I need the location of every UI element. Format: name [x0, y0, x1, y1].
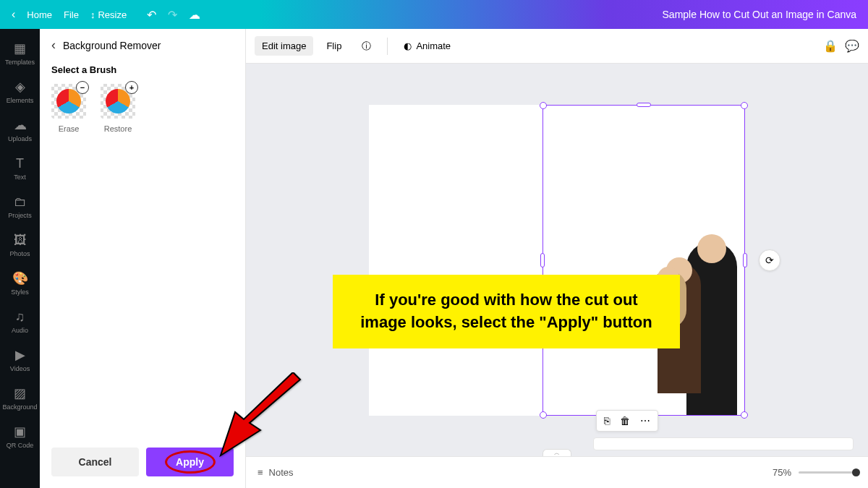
sidebar-item-text[interactable]: TText: [0, 151, 40, 185]
sidebar-item-videos[interactable]: ▶Videos: [0, 343, 40, 377]
sidebar-item-elements[interactable]: ◈Elements: [0, 74, 40, 108]
restore-brush[interactable]: + Restore: [101, 84, 135, 133]
sidebar-item-styles[interactable]: 🎨Styles: [0, 266, 40, 300]
notes-button[interactable]: ≡ Notes: [258, 467, 294, 478]
comment-icon[interactable]: 💬: [845, 39, 859, 53]
erase-brush[interactable]: − Erase: [51, 84, 86, 133]
brush-section-label: Select a Brush: [51, 64, 234, 75]
canvas-toolbar: Edit image Flip ⓘ ◐Animate 🔒 💬: [246, 29, 868, 64]
rotate-button[interactable]: ⟳: [759, 249, 780, 271]
home-menu[interactable]: Home: [27, 9, 52, 20]
edit-image-button[interactable]: Edit image: [255, 36, 313, 56]
resize-handle[interactable]: [637, 103, 651, 107]
canvas-area: Edit image Flip ⓘ ◐Animate 🔒 💬: [246, 29, 868, 488]
resize-menu[interactable]: ↕ Resize: [90, 9, 127, 20]
back-icon[interactable]: ‹: [12, 8, 15, 21]
panel-back-icon[interactable]: ‹: [51, 38, 56, 53]
top-menu-bar: ‹ Home File ↕ Resize ↶ ↷ ☁ Sample How to…: [0, 0, 868, 29]
delete-icon[interactable]: 🗑: [620, 415, 630, 427]
more-icon[interactable]: ⋯: [640, 415, 650, 427]
cancel-button[interactable]: Cancel: [51, 448, 139, 476]
sidebar-item-background[interactable]: ▨Background: [0, 381, 40, 415]
resize-handle[interactable]: [540, 411, 547, 419]
flip-button[interactable]: Flip: [319, 36, 349, 56]
minus-icon: −: [76, 81, 89, 94]
instruction-callout: If you're good with how the cut out imag…: [333, 275, 680, 348]
left-sidebar: ▦Templates ◈Elements ☁Uploads TText 🗀Pro…: [0, 29, 40, 488]
sidebar-item-uploads[interactable]: ☁Uploads: [0, 113, 40, 147]
redo-icon[interactable]: ↷: [168, 8, 177, 22]
panel-title: Background Remover: [63, 40, 161, 51]
sidebar-item-photos[interactable]: 🖼Photos: [0, 228, 40, 262]
sidebar-item-projects[interactable]: 🗀Projects: [0, 189, 40, 223]
zoom-slider[interactable]: [799, 471, 856, 474]
duplicate-icon[interactable]: ⎘: [604, 415, 610, 427]
sidebar-item-templates[interactable]: ▦Templates: [0, 36, 40, 70]
page-thumbnail-strip[interactable]: [593, 437, 854, 450]
resize-handle[interactable]: [540, 102, 547, 109]
lock-icon[interactable]: 🔒: [823, 39, 838, 53]
sidebar-item-qrcode[interactable]: ▣QR Code: [0, 419, 40, 453]
page-actions: ⎘ 🗑 ⋯: [596, 410, 658, 432]
cloud-sync-icon[interactable]: ☁: [189, 8, 200, 22]
selection-box[interactable]: ⟳: [542, 105, 745, 416]
artboard[interactable]: ⟳: [369, 105, 745, 416]
page-expand-handle[interactable]: ︿: [542, 449, 571, 456]
resize-handle[interactable]: [540, 253, 545, 267]
animate-button[interactable]: ◐Animate: [396, 36, 458, 56]
sidebar-item-audio[interactable]: ♫Audio: [0, 304, 40, 338]
file-menu[interactable]: File: [64, 9, 79, 20]
document-title[interactable]: Sample How to Cut Out an Image in Canva: [663, 9, 856, 20]
annotation-arrow: [213, 372, 307, 459]
plus-icon: +: [125, 81, 138, 94]
zoom-level[interactable]: 75%: [773, 467, 791, 478]
bottom-bar: ≡ Notes 75%: [246, 456, 868, 488]
resize-handle[interactable]: [741, 102, 748, 109]
undo-icon[interactable]: ↶: [147, 8, 156, 22]
animate-icon: ◐: [404, 40, 412, 51]
notes-icon: ≡: [258, 467, 263, 478]
info-icon[interactable]: ⓘ: [354, 35, 378, 57]
